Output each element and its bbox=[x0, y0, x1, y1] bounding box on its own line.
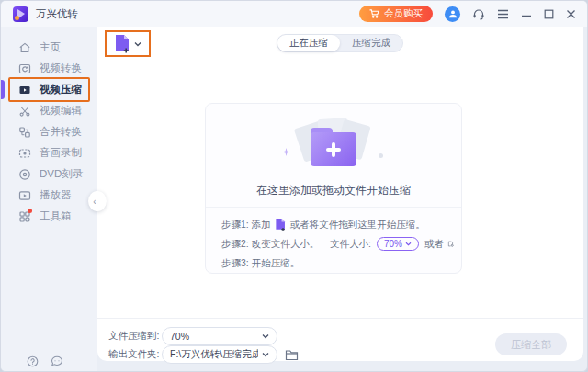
app-title: 万兴优转 bbox=[36, 7, 78, 21]
sidebar-item-dvd-burn[interactable]: DVD刻录 bbox=[1, 163, 97, 185]
player-icon bbox=[18, 189, 31, 202]
file-settings-icon[interactable] bbox=[447, 237, 454, 251]
sidebar-item-video-convert[interactable]: 视频转换 bbox=[1, 58, 97, 79]
chevron-down-icon bbox=[262, 333, 269, 339]
titlebar: 万兴优转 会员购买 bbox=[1, 1, 587, 27]
file-size-dropdown[interactable]: 70% bbox=[377, 237, 419, 251]
menu-icon[interactable] bbox=[497, 9, 509, 19]
sidebar: 主页 视频转换 视频压缩 bbox=[1, 27, 97, 372]
compress-to-value: 70% bbox=[170, 331, 258, 342]
video-edit-scissors-icon bbox=[18, 105, 31, 118]
merge-convert-icon bbox=[18, 126, 31, 139]
sidebar-item-record[interactable]: 音画录制 bbox=[1, 142, 97, 163]
sidebar-item-label: 主页 bbox=[40, 40, 61, 54]
sidebar-item-label: 音画录制 bbox=[40, 146, 82, 160]
dropzone-card: 在这里添加或拖动文件开始压缩 步骤1: 添加 或者将文件拖到这里开始压缩。 步骤… bbox=[205, 103, 462, 274]
add-folder-icon bbox=[311, 128, 356, 166]
sidebar-item-label: 视频压缩 bbox=[40, 83, 82, 96]
browse-folder-icon[interactable] bbox=[285, 349, 299, 361]
compress-all-button[interactable]: 压缩全部 bbox=[495, 333, 567, 355]
tab-label: 压缩完成 bbox=[352, 37, 390, 50]
dropzone-caption: 在这里添加或拖动文件开始压缩 bbox=[206, 183, 461, 198]
step-text: 步骤3: 开始压缩。 bbox=[221, 257, 300, 270]
sidebar-item-label: 合并转换 bbox=[40, 125, 82, 139]
add-file-button[interactable] bbox=[114, 34, 141, 53]
sparkle-icon bbox=[282, 148, 290, 156]
compress-to-dropdown[interactable]: 70% bbox=[162, 327, 277, 345]
folder-illustration bbox=[278, 117, 389, 175]
video-compress-icon bbox=[18, 84, 31, 96]
tab-compressing[interactable]: 正在压缩 bbox=[277, 35, 340, 51]
file-size-label: 文件大小: bbox=[330, 238, 371, 251]
sidebar-item-merge-convert[interactable]: 合并转换 bbox=[1, 121, 97, 142]
close-icon[interactable] bbox=[566, 9, 576, 19]
chevron-down-icon bbox=[405, 242, 412, 246]
sidebar-item-label: 视频编辑 bbox=[40, 104, 82, 118]
app-logo-icon bbox=[13, 6, 28, 22]
membership-purchase-button[interactable]: 会员购买 bbox=[359, 6, 433, 22]
video-convert-icon bbox=[18, 62, 31, 75]
home-icon bbox=[18, 41, 31, 54]
minimize-icon[interactable] bbox=[521, 8, 532, 19]
sidebar-item-player[interactable]: 播放器 bbox=[1, 185, 97, 206]
chevron-left-icon: ‹ bbox=[93, 197, 96, 207]
add-file-icon bbox=[275, 218, 287, 231]
compress-status-tabs: 正在压缩 压缩完成 bbox=[277, 34, 403, 52]
feedback-icon[interactable] bbox=[51, 355, 63, 367]
step-text: 或者 bbox=[424, 238, 444, 251]
sidebar-item-home[interactable]: 主页 bbox=[1, 37, 97, 58]
step-2: 步骤2: 改变文件大小。 文件大小: 70% 或者 bbox=[221, 234, 454, 254]
steps-list: 步骤1: 添加 或者将文件拖到这里开始压缩。 步骤2: 改变文件大小。 文件大小… bbox=[221, 215, 454, 273]
main-panel: 正在压缩 压缩完成 在这里添加或拖动文件开始压缩 bbox=[97, 27, 583, 361]
add-file-icon bbox=[114, 34, 131, 53]
step-text: 步骤1: 添加 bbox=[221, 219, 271, 231]
tab-compress-done[interactable]: 压缩完成 bbox=[340, 35, 402, 51]
output-folder-label: 输出文件夹: bbox=[108, 348, 162, 361]
app-window: 万兴优转 会员购买 bbox=[0, 0, 588, 372]
sidebar-collapse-handle[interactable]: ‹ bbox=[88, 191, 107, 211]
sidebar-item-video-edit[interactable]: 视频编辑 bbox=[1, 100, 97, 121]
avatar[interactable] bbox=[445, 6, 460, 22]
help-icon[interactable] bbox=[27, 355, 39, 367]
tab-label: 正在压缩 bbox=[289, 37, 328, 50]
file-size-value: 70% bbox=[384, 239, 402, 249]
step-1: 步骤1: 添加 或者将文件拖到这里开始压缩。 bbox=[221, 215, 454, 234]
compress-to-label: 文件压缩到: bbox=[108, 330, 162, 343]
output-folder-dropdown[interactable]: F:\万兴优转\压缩完成 bbox=[162, 345, 277, 364]
active-indicator bbox=[1, 80, 5, 99]
dropzone[interactable]: 在这里添加或拖动文件开始压缩 bbox=[206, 117, 461, 198]
sidebar-item-toolbox[interactable]: 工具箱 bbox=[1, 206, 97, 227]
sidebar-item-label: 视频转换 bbox=[40, 62, 82, 75]
divider bbox=[97, 318, 583, 319]
divider bbox=[206, 207, 461, 208]
support-headset-icon[interactable] bbox=[472, 8, 485, 20]
chevron-down-icon bbox=[262, 352, 269, 357]
annotation-box bbox=[105, 30, 151, 57]
sidebar-item-label: 工具箱 bbox=[40, 209, 72, 223]
record-icon bbox=[18, 147, 31, 160]
dvd-burn-icon bbox=[18, 168, 31, 181]
notification-badge bbox=[28, 209, 32, 213]
chevron-down-icon bbox=[134, 41, 141, 47]
sidebar-item-label: 播放器 bbox=[40, 188, 72, 202]
sidebar-item-video-compress[interactable]: 视频压缩 bbox=[1, 79, 97, 100]
maximize-icon[interactable] bbox=[544, 9, 554, 19]
membership-purchase-label: 会员购买 bbox=[384, 7, 423, 20]
step-text: 步骤2: 改变文件大小。 bbox=[221, 238, 319, 251]
output-folder-value: F:\万兴优转\压缩完成 bbox=[170, 348, 258, 361]
sidebar-item-label: DVD刻录 bbox=[40, 167, 83, 181]
step-3: 步骤3: 开始压缩。 bbox=[221, 254, 454, 273]
step-text: 或者将文件拖到这里开始压缩。 bbox=[290, 219, 425, 231]
cart-icon bbox=[369, 9, 379, 18]
